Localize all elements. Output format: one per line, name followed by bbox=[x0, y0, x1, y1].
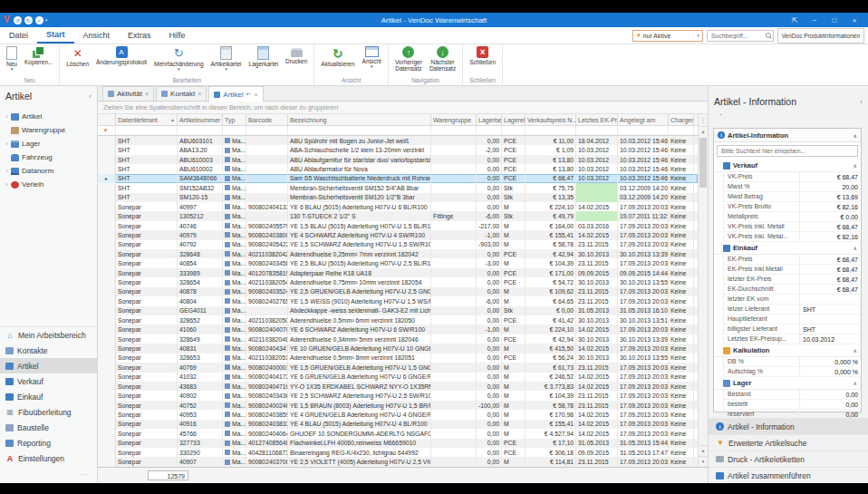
aktualisieren-button[interactable]: ↻Aktualisieren bbox=[317, 45, 358, 68]
table-row[interactable]: Sonepar330290Ma...4042811068738Binaerein… bbox=[98, 448, 698, 457]
tree-item-verleih[interactable]: ›Verleih bbox=[0, 178, 97, 191]
sidebar-item-settings[interactable]: AEinstellungen bbox=[0, 450, 97, 466]
sidebar-item-contacts[interactable]: Kontakte bbox=[0, 343, 97, 358]
scroll-up-icon[interactable]: ▲ bbox=[699, 127, 708, 137]
table-row[interactable]: Sonepar40997Ma...9008024041338YE 6 BLAU … bbox=[98, 202, 698, 211]
chevron-up-icon[interactable]: ∧ bbox=[853, 132, 857, 139]
filter-cell[interactable] bbox=[223, 126, 246, 136]
vorheriger-datensatz-button[interactable]: ↑Vorheriger Datensatz bbox=[391, 45, 426, 73]
sidebar-item-reporting[interactable]: Reporting bbox=[0, 435, 97, 450]
column-header-lagerbe-[interactable]: Lagerbe... bbox=[477, 114, 502, 126]
active-filter-dropdown[interactable]: ▼ nur Aktive ▾ bbox=[632, 30, 703, 42]
window-close-button[interactable]: × bbox=[844, 13, 864, 27]
window-dock-button[interactable]: ⇱ bbox=[785, 13, 805, 27]
info-nav-merge[interactable]: Artikel zusammenführen bbox=[709, 467, 868, 483]
column-header-indicator[interactable] bbox=[98, 114, 116, 126]
table-row[interactable]: Sonepar40979Ma...9008024038000YE 4 SCHWA… bbox=[98, 230, 698, 239]
table-row[interactable]: Sonepar333989Ma...4012078358194Adapterpa… bbox=[98, 268, 698, 277]
tree-item-datanorm[interactable]: ›Datanorm bbox=[0, 164, 97, 178]
column-header-warengruppe[interactable]: Warengruppe bbox=[431, 114, 477, 126]
window-minimize-button[interactable]: − bbox=[805, 13, 825, 27]
table-row[interactable]: Sonepar40831Ma...9008024043479YE 10 GRUE… bbox=[98, 344, 698, 353]
table-row[interactable]: SHTSM120-15Ma...Membran-Sicherheitsventi… bbox=[98, 193, 698, 202]
table-row[interactable]: Sonepar40769Ma...9008024000014YE 1,5 GRU… bbox=[98, 363, 698, 372]
tree-item-artikel[interactable]: ›Artikel bbox=[0, 110, 97, 123]
table-row[interactable]: Sonepar328653Ma...4021103820513Aderendhu… bbox=[98, 354, 698, 363]
chevron-up-icon[interactable]: ∧ bbox=[853, 245, 857, 251]
filter-cell[interactable] bbox=[246, 126, 288, 136]
table-row[interactable]: Sonepar45766Ma...9008024040645GHUOEF 10 … bbox=[98, 429, 698, 438]
sidebar-collapse-icon[interactable]: ‹ bbox=[89, 92, 92, 101]
close-tab-icon[interactable]: × bbox=[145, 91, 149, 97]
table-row[interactable]: SoneparGEG4011Ma...Abdeckkappe -weiss se… bbox=[98, 306, 698, 315]
article-information-header[interactable]: i Artikel-Information ∧ bbox=[714, 129, 861, 142]
table-row[interactable]: Sonepar41032Ma...9008024041727YE 6 GRUEN… bbox=[98, 373, 698, 382]
neu-button[interactable]: Neu▾ bbox=[3, 45, 21, 73]
info-nav-filter[interactable]: ▼Erweiterte Artikelsuche bbox=[709, 434, 868, 450]
löschen-button[interactable]: ✕Löschen bbox=[63, 45, 92, 68]
info-panel-collapse-icon[interactable]: ‹ bbox=[860, 98, 863, 106]
sidebar-item-sales[interactable]: Verkauf bbox=[0, 373, 97, 389]
table-row[interactable]: Sonepar40907Ma...9008024037065YE 2,5 VIO… bbox=[98, 457, 698, 466]
column-header-angelegt-am[interactable]: Angelegt am bbox=[618, 114, 669, 126]
close-tab-icon[interactable]: × bbox=[198, 91, 201, 97]
column-header-barcode[interactable]: Barcode bbox=[246, 114, 288, 126]
tab-artikel[interactable]: Artikel⇤× bbox=[208, 86, 263, 102]
tab-aktivität[interactable]: Aktivität× bbox=[102, 86, 154, 101]
mehrfachänderung-button[interactable]: ↻Mehrfachänderung▾ bbox=[150, 45, 207, 73]
ribbon-tab-ansicht[interactable]: Ansicht bbox=[74, 27, 120, 44]
filter-cell[interactable] bbox=[431, 126, 477, 136]
scrollbar-thumb[interactable] bbox=[699, 138, 707, 188]
filter-cell[interactable] bbox=[288, 126, 431, 136]
lagerkartei-button[interactable]: Lagerkartei bbox=[246, 45, 283, 68]
search-icon[interactable] bbox=[766, 33, 771, 38]
änderungsprotokoll-button[interactable]: AÄnderungsprotokoll bbox=[92, 45, 150, 66]
table-row[interactable]: Sonepar40804Ma...9008024027653YE 1,5 WEI… bbox=[98, 296, 698, 305]
quick-access-undo-icon[interactable]: ↺ bbox=[14, 16, 22, 24]
table-row[interactable]: Sonepar327733Ma...4012740856485Flachwink… bbox=[98, 439, 698, 448]
filter-cell[interactable] bbox=[178, 126, 223, 136]
chevron-up-icon[interactable]: ∧ bbox=[853, 347, 857, 354]
ribbon-tab-extras[interactable]: Extras bbox=[119, 27, 160, 44]
filter-cell[interactable] bbox=[576, 126, 618, 136]
expander-icon[interactable]: › bbox=[4, 168, 10, 174]
product-info-button[interactable]: VenDoc Produktinformationen bbox=[777, 28, 864, 44]
table-row[interactable]: Sonepar328649Ma...4021103820469Aderendhu… bbox=[98, 334, 698, 344]
nächster-datensatz-button[interactable]: ↓Nächster Datensatz bbox=[426, 45, 459, 73]
info-nav-info[interactable]: iArtikel - Information bbox=[709, 418, 868, 434]
window-maximize-button[interactable]: □ bbox=[825, 13, 844, 27]
table-row[interactable]: Sonepar1305212Ma...130 T-STUECK 2 1/2" S… bbox=[98, 211, 698, 220]
table-row[interactable]: SHTABU610003Ma...ABU Ablaufgarnitur für … bbox=[98, 155, 698, 164]
filter-cell[interactable] bbox=[477, 126, 502, 136]
ansicht-button[interactable]: Ansicht▾ bbox=[359, 45, 385, 70]
table-row[interactable]: Sonepar40854Ma...9008024034583YE 2,5 BLA… bbox=[98, 258, 698, 267]
quick-access-refresh-icon[interactable]: ✓ bbox=[35, 16, 43, 24]
tree-item-warengruppe[interactable]: Warengruppe bbox=[0, 123, 97, 137]
column-header-bezeichnung[interactable]: Bezeichnung bbox=[288, 114, 431, 126]
tree-item-fahrzeug[interactable]: Fahrzeug bbox=[0, 150, 97, 164]
schließen-button[interactable]: ×Schließen bbox=[466, 45, 499, 66]
table-row[interactable]: Sonepar40878Ma...9008024035245YE 2,5 GRU… bbox=[98, 287, 698, 296]
table-row[interactable]: Sonepar43683Ma...9008024047163YY-O 1X35 … bbox=[98, 382, 698, 391]
filter-cell[interactable] bbox=[116, 126, 178, 136]
kopieren--button[interactable]: Kopieren... bbox=[21, 45, 56, 66]
quick-access-caret-icon[interactable]: ▾ bbox=[45, 17, 48, 23]
chevron-up-icon[interactable]: ∧ bbox=[853, 380, 857, 386]
table-row[interactable]: SHTABU603101Ma...ABU Spülrohr mit Bogen … bbox=[98, 136, 698, 145]
table-row[interactable]: Sonepar40792Ma...9008024054222YE 1,5 SCH… bbox=[98, 240, 698, 249]
tree-item-lager[interactable]: ›Lager bbox=[0, 137, 97, 150]
pin-icon[interactable]: ⇤ bbox=[246, 91, 252, 98]
table-row[interactable]: Sonepar40916Ma...9008024038338YE 4 BLAU … bbox=[98, 420, 698, 429]
filter-cell[interactable] bbox=[502, 126, 526, 136]
table-row[interactable]: Sonepar40902Ma...9008024034361YE 2,5 SCH… bbox=[98, 391, 698, 400]
info-search-input[interactable] bbox=[719, 147, 855, 155]
chevron-up-icon[interactable]: ∧ bbox=[853, 162, 857, 169]
column-header-datenlieferant[interactable]: Datenlieferant▲ bbox=[116, 114, 178, 126]
expander-icon[interactable]: › bbox=[4, 181, 10, 188]
artikelkartei-button[interactable]: Artikelkartei▾ bbox=[207, 45, 246, 73]
sidebar-item-purchase[interactable]: Einkauf bbox=[0, 389, 97, 404]
ribbon-tab-hilfe[interactable]: Hilfe bbox=[160, 27, 195, 44]
section-header-kalkulation[interactable]: Kalkulation∧ bbox=[714, 344, 861, 357]
column-header-artikelnummer[interactable]: Artikelnummer bbox=[178, 114, 223, 126]
table-row[interactable]: Sonepar328652Ma...4021103820506Aderendhu… bbox=[98, 315, 698, 324]
